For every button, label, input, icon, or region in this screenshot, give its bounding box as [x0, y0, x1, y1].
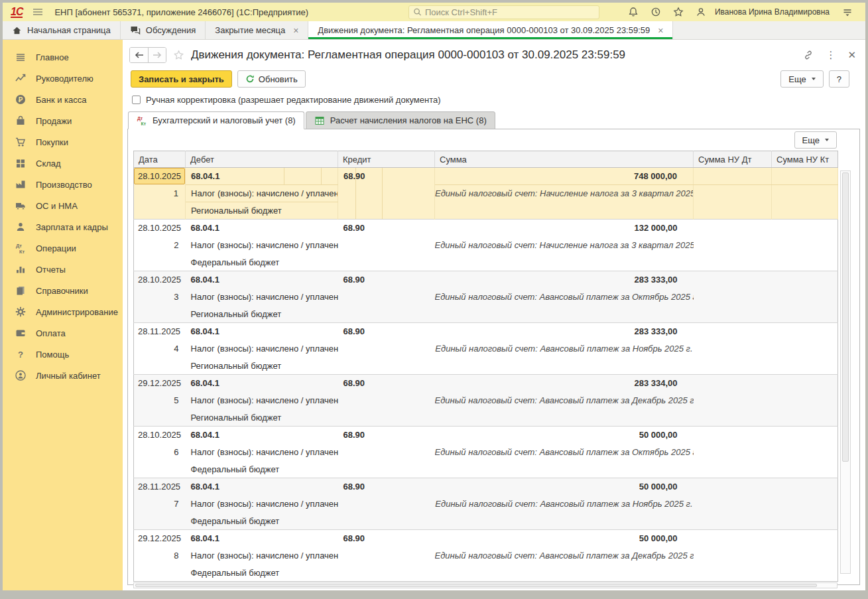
cell-debit-subconto1[interactable]: Налог (взносы): начислено / уплачено — [186, 547, 338, 565]
favorites-star-icon[interactable] — [673, 7, 684, 17]
cell-comment[interactable]: Единый налоговый счет: Авансовый платеж … — [435, 444, 694, 461]
vertical-scrollbar[interactable] — [840, 170, 851, 574]
column-header-amount[interactable]: Сумма — [435, 151, 694, 168]
table-row[interactable]: 2 Налог (взносы): начислено / уплачено Е… — [134, 237, 838, 254]
cell-amount[interactable]: 283 334,00 — [435, 375, 694, 392]
cell-debit-account[interactable]: 68.04.1 — [186, 478, 338, 496]
table-row[interactable]: 28.11.2025 68.04.1 68.90 283 333,00 — [134, 323, 838, 340]
sidebar-item-production[interactable]: Производство — [3, 174, 123, 195]
cell-line-number[interactable]: 2 — [134, 237, 186, 254]
sidebar-item-sales[interactable]: Продажи — [3, 110, 123, 131]
cell-debit-account[interactable]: 68.04.1 — [186, 427, 338, 444]
cell-credit-account[interactable]: 68.90 — [338, 168, 435, 185]
tab-ens-tax-register[interactable]: Расчет начисления налогов на ЕНС (8) — [306, 111, 495, 129]
cell-date[interactable]: 28.10.2025 — [134, 220, 186, 237]
cell-debit-subconto2[interactable]: Федеральный бюджет — [186, 461, 338, 478]
cell-debit-account[interactable]: 68.04.1 — [186, 375, 338, 392]
table-row[interactable]: 28.11.2025 68.04.1 68.90 50 000,00 — [134, 478, 838, 496]
cell-line-number[interactable]: 5 — [134, 392, 186, 409]
cell-debit-account[interactable]: 68.04.1 — [186, 271, 338, 289]
table-row[interactable]: 3 Налог (взносы): начислено / уплачено Е… — [134, 289, 838, 306]
cell-credit-account[interactable]: 68.90 — [338, 375, 435, 392]
cell-credit-account[interactable]: 68.90 — [338, 478, 435, 496]
column-header-credit[interactable]: Кредит — [338, 151, 435, 168]
help-button[interactable]: ? — [829, 70, 849, 88]
cell-line-number[interactable]: 8 — [134, 547, 186, 565]
tab-month-end[interactable]: Закрытие месяца × — [206, 21, 308, 39]
tab-accounting-register[interactable]: ДтКт Бухгалтерский и налоговый учет (8) — [128, 111, 304, 129]
cell-credit-account[interactable]: 68.90 — [338, 220, 435, 237]
get-link-icon[interactable] — [803, 50, 814, 60]
table-row[interactable]: Федеральный бюджет — [134, 513, 838, 530]
cell-debit-subconto1[interactable]: Налог (взносы): начислено / уплачено — [186, 340, 338, 358]
sidebar-item-reports[interactable]: Отчеты — [3, 259, 123, 280]
column-header-amount-nu-kt[interactable]: Сумма НУ Кт — [772, 151, 838, 168]
cell-line-number[interactable]: 6 — [134, 444, 186, 461]
table-row[interactable]: 1 Налог (взносы): начислено / уплачено Е… — [134, 185, 838, 202]
table-row[interactable]: 7 Налог (взносы): начислено / уплачено Е… — [134, 496, 838, 513]
close-tab-icon[interactable]: × — [293, 25, 298, 36]
table-row[interactable]: 5 Налог (взносы): начислено / уплачено Е… — [134, 392, 838, 409]
cell-line-number[interactable]: 4 — [134, 340, 186, 358]
cell-comment[interactable]: Единый налоговый счет: Авансовый платеж … — [435, 340, 694, 358]
cell-date[interactable]: 28.10.2025 — [134, 271, 186, 289]
cell-amount[interactable]: 50 000,00 — [435, 427, 694, 444]
cell-debit-subconto2[interactable]: Региональный бюджет — [186, 409, 338, 427]
tab-home[interactable]: Начальная страница — [3, 21, 121, 39]
history-icon[interactable] — [651, 7, 661, 17]
cell-date[interactable]: 29.12.2025 — [134, 375, 186, 392]
table-row[interactable]: Федеральный бюджет — [134, 565, 838, 582]
cell-debit-subconto1[interactable]: Налог (взносы): начислено / уплачено — [186, 237, 338, 254]
cell-credit-account[interactable]: 68.90 — [338, 271, 435, 289]
search-input[interactable] — [425, 7, 595, 17]
cell-credit-account[interactable]: 68.90 — [338, 530, 435, 547]
sidebar-item-administration[interactable]: Администрирование — [3, 301, 123, 322]
table-row[interactable]: 28.10.2025 68.04.1 68.90 283 333,00 — [134, 271, 838, 289]
cell-debit-subconto2[interactable]: Федеральный бюджет — [186, 565, 338, 582]
tab-document-movements[interactable]: Движения документа: Регламентная операци… — [308, 21, 673, 39]
cell-debit-subconto2[interactable]: Региональный бюджет — [186, 306, 338, 323]
table-row[interactable]: Региональный бюджет — [134, 306, 838, 323]
cell-date[interactable]: 29.12.2025 — [134, 530, 186, 547]
more-button[interactable]: Еще — [780, 70, 823, 88]
cell-debit-subconto1[interactable]: Налог (взносы): начислено / уплачено — [186, 185, 338, 202]
manual-adjustment-checkbox[interactable] — [132, 96, 141, 104]
cell-credit-account[interactable]: 68.90 — [338, 323, 435, 340]
refresh-button[interactable]: Обновить — [237, 70, 306, 88]
cell-comment[interactable]: Единый налоговый счет: Авансовый платеж … — [435, 392, 694, 409]
cell-comment[interactable]: Единый налоговый счет: Авансовый платеж … — [435, 547, 694, 565]
cell-comment[interactable]: Единый налоговый счет: Авансовый платеж … — [435, 289, 694, 306]
sidebar-item-bank-cash[interactable]: РБанк и касса — [3, 89, 123, 110]
table-row[interactable]: 4 Налог (взносы): начислено / уплачено Е… — [134, 340, 838, 358]
close-tab-icon[interactable]: × — [658, 25, 663, 36]
table-row[interactable]: 29.12.2025 68.04.1 68.90 283 334,00 — [134, 375, 838, 392]
sidebar-item-payroll-hr[interactable]: Зарплата и кадры — [3, 216, 123, 237]
notifications-bell-icon[interactable] — [628, 7, 639, 17]
scrollbar-thumb[interactable] — [842, 172, 849, 462]
forward-button[interactable] — [148, 48, 166, 62]
cell-line-number[interactable]: 3 — [134, 289, 186, 306]
cell-comment[interactable]: Единый налоговый счет: Начисление налога… — [435, 185, 694, 202]
cell-date[interactable]: 28.11.2025 — [134, 323, 186, 340]
main-menu-icon[interactable] — [32, 7, 44, 17]
table-row[interactable]: 29.12.2025 68.04.1 68.90 50 000,00 — [134, 530, 838, 547]
save-and-close-button[interactable]: Записать и закрыть — [131, 70, 232, 88]
table-row[interactable]: 28.10.2025 68.04.1 68.90 748 000,00 — [134, 168, 838, 185]
sidebar-item-directories[interactable]: Справочники — [3, 280, 123, 301]
cell-debit-account[interactable]: 68.04.1 — [186, 220, 338, 237]
sidebar-item-operations[interactable]: ДтКтОперации — [3, 237, 123, 259]
cell-debit-subconto1[interactable]: Налог (взносы): начислено / уплачено — [186, 444, 338, 461]
sidebar-item-payment[interactable]: Оплата — [3, 322, 123, 344]
cell-amount[interactable]: 50 000,00 — [435, 530, 694, 547]
table-row[interactable]: Региональный бюджет — [134, 358, 838, 375]
current-user-name[interactable]: Иванова Ирина Владимировна — [715, 7, 830, 17]
sidebar-item-manager[interactable]: Руководителю — [3, 68, 123, 89]
current-cell-date[interactable]: 28.10.2025 — [134, 168, 185, 184]
cell-amount[interactable]: 283 333,00 — [435, 271, 694, 289]
cell-credit-account[interactable]: 68.90 — [338, 427, 435, 444]
cell-line-number[interactable]: 7 — [134, 496, 186, 513]
cell-debit-subconto2[interactable]: Региональный бюджет — [186, 202, 338, 220]
table-row[interactable]: 6 Налог (взносы): начислено / уплачено Е… — [134, 444, 838, 461]
cell-debit-subconto2[interactable]: Федеральный бюджет — [186, 254, 338, 271]
cell-debit-subconto2[interactable]: Федеральный бюджет — [186, 513, 338, 530]
